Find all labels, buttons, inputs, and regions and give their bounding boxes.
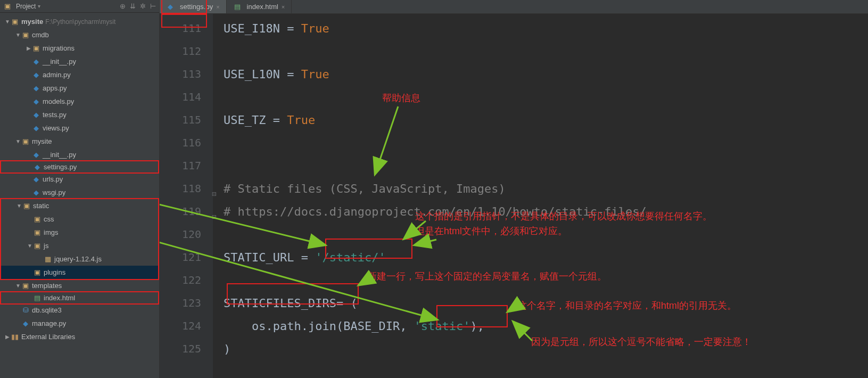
line-number: 113 <box>160 63 201 86</box>
code-text: os.path.join(BASE_DIR, <box>224 319 414 333</box>
project-icon: ▣ <box>3 2 12 11</box>
chevron-down-icon[interactable]: ▼ <box>4 15 11 28</box>
tree-file-urls[interactable]: ◆ urls.py <box>0 172 159 186</box>
python-file-icon: ◆ <box>32 111 40 119</box>
tree-file-views[interactable]: ◆ views.py <box>0 121 159 135</box>
python-file-icon: ◆ <box>32 84 40 93</box>
line-number: 123 <box>160 292 201 315</box>
hide-icon[interactable]: ⊢ <box>150 2 156 10</box>
code-line <box>224 269 868 292</box>
library-icon: ▮▮ <box>11 333 19 341</box>
folder-icon: ▣ <box>33 242 42 250</box>
line-number: 122 <box>160 269 201 292</box>
line-number: 121 <box>160 246 201 269</box>
chevron-down-icon[interactable]: ▼ <box>16 200 22 212</box>
code-text: STATICFILES_DIRS <box>224 297 336 310</box>
code-comment: # https://docs.djangoproject.com/en/1.10… <box>224 205 647 218</box>
tree-external-libs[interactable]: ▶ ▮▮ External Libraries <box>0 330 159 343</box>
tree-label: tests.py <box>43 109 67 121</box>
chevron-right-icon[interactable]: ▶ <box>26 42 32 55</box>
tree-folder-static[interactable]: ▼ ▣ static <box>1 199 158 212</box>
tree-file-init2[interactable]: ◆ __init__.py <box>0 148 159 161</box>
tree-folder-templates[interactable]: ▼ ▣ templates <box>0 279 159 292</box>
sidebar-header: ▣ Project ▾ ⊕ ⇊ ✲ ⊢ <box>0 0 159 13</box>
tree-file-tests[interactable]: ◆ tests.py <box>0 108 159 121</box>
tree-folder-cmdb[interactable]: ▼ ▣ cmdb <box>0 28 159 42</box>
python-file-icon: ◆ <box>32 97 40 106</box>
code-line: STATIC_URL = '/static/' <box>224 246 868 269</box>
close-icon[interactable]: × <box>282 4 285 10</box>
line-number: 112 <box>160 40 201 63</box>
line-gutter: 111 112 113 114 115 116 117 118 119 120 … <box>160 14 213 378</box>
tree-file-jquery[interactable]: ▦ jquery-1.12.4.js <box>1 252 158 266</box>
tree-folder-plugins[interactable]: ▣ plugins <box>1 266 158 279</box>
fold-icon[interactable]: ⊟ <box>212 206 216 228</box>
tree-file-manage[interactable]: ◆ manage.py <box>0 317 159 330</box>
chevron-down-icon[interactable]: ▼ <box>15 135 21 148</box>
tree-label: urls.py <box>43 173 63 186</box>
sidebar-toolbar: ⊕ ⇊ ✲ ⊢ <box>120 2 156 10</box>
collapse-icon[interactable]: ⇊ <box>130 2 136 10</box>
tree-folder-migrations[interactable]: ▶ ▣ migrations <box>0 42 159 55</box>
tree-file-admin[interactable]: ◆ admin.py <box>0 68 159 81</box>
chevron-down-icon[interactable]: ▼ <box>27 240 33 252</box>
tree-file-settings[interactable]: ◆ settings.py <box>0 160 159 174</box>
tree-label: views.py <box>43 122 69 135</box>
tree-label: External Libraries <box>21 331 75 343</box>
tree-folder-mysite[interactable]: ▼ ▣ mysite <box>0 135 159 148</box>
code-text: ) <box>224 342 230 356</box>
chevron-right-icon[interactable]: ▶ <box>4 331 11 343</box>
database-icon: ⛁ <box>21 306 30 315</box>
folder-icon: ▣ <box>11 18 19 26</box>
tree-folder-css[interactable]: ▣ css <box>1 212 158 226</box>
code-line: STATICFILES_DIRS= ( <box>224 292 868 315</box>
tree-label: apps.py <box>43 82 67 95</box>
line-number: 111 <box>160 17 201 40</box>
chevron-down-icon[interactable]: ▼ <box>15 280 21 292</box>
tree-folder-imgs[interactable]: ▣ imgs <box>1 226 158 239</box>
tree-label: jquery-1.12.4.js <box>54 253 102 266</box>
tree-folder-js[interactable]: ▼ ▣ js <box>1 239 158 252</box>
tree-label: mysite <box>32 135 52 148</box>
code-keyword: True <box>287 113 315 127</box>
python-file-icon: ◆ <box>32 151 40 159</box>
line-number: 124 <box>160 315 201 338</box>
tree-label: templates <box>32 280 62 292</box>
code-text: STATIC_URL = <box>224 251 315 264</box>
target-icon[interactable]: ⊕ <box>120 2 126 10</box>
tree-file-index[interactable]: ▤ index.html <box>0 291 159 305</box>
tab-index[interactable]: ▤ index.html × <box>227 0 292 13</box>
code-content[interactable]: USE_I18N = True USE_L10N = True USE_TZ =… <box>213 14 868 378</box>
tree-label: __init__.py <box>43 55 76 68</box>
tree-label: css <box>44 213 54 226</box>
tree-root-mysite[interactable]: ▼ ▣ mysite F:\Python\pycharm\mysit <box>0 15 159 28</box>
code-line: USE_TZ = True <box>224 109 868 132</box>
python-file-icon: ◆ <box>32 124 40 133</box>
line-number: 116 <box>160 132 201 154</box>
line-number: 117 <box>160 154 201 177</box>
code-line <box>224 86 868 109</box>
tree-label: cmdb <box>32 29 49 42</box>
code-string: '/static/' <box>315 251 385 264</box>
chevron-down-icon[interactable]: ▼ <box>15 29 21 42</box>
tree-file-models[interactable]: ◆ models.py <box>0 95 159 108</box>
tab-settings[interactable]: ◆ settings.py × <box>160 0 227 13</box>
tree-file-db[interactable]: ⛁ db.sqlite3 <box>0 303 159 317</box>
code-line: os.path.join(BASE_DIR, 'static'), <box>224 315 868 338</box>
tab-label: index.html <box>247 3 278 11</box>
code-line <box>224 154 868 177</box>
tree-file-init[interactable]: ◆ __init__.py <box>0 55 159 68</box>
ide-root: ▣ Project ▾ ⊕ ⇊ ✲ ⊢ ▼ ▣ mysite F:\Python… <box>0 0 868 378</box>
code-text: USE_TZ = <box>224 113 287 127</box>
dropdown-icon[interactable]: ▾ <box>38 3 40 9</box>
tree-label: static <box>33 200 49 212</box>
gear-icon[interactable]: ✲ <box>140 2 146 10</box>
tree-file-apps[interactable]: ◆ apps.py <box>0 81 159 95</box>
tree-label: settings.py <box>44 161 77 174</box>
tree-file-wsgi[interactable]: ◆ wsgi.py <box>0 186 159 199</box>
close-icon[interactable]: × <box>216 4 219 10</box>
tree-label: index.html <box>44 292 75 305</box>
python-file-icon: ◆ <box>32 188 40 197</box>
python-file-icon: ◆ <box>32 175 40 184</box>
fold-icon[interactable]: ⊟ <box>212 183 216 206</box>
